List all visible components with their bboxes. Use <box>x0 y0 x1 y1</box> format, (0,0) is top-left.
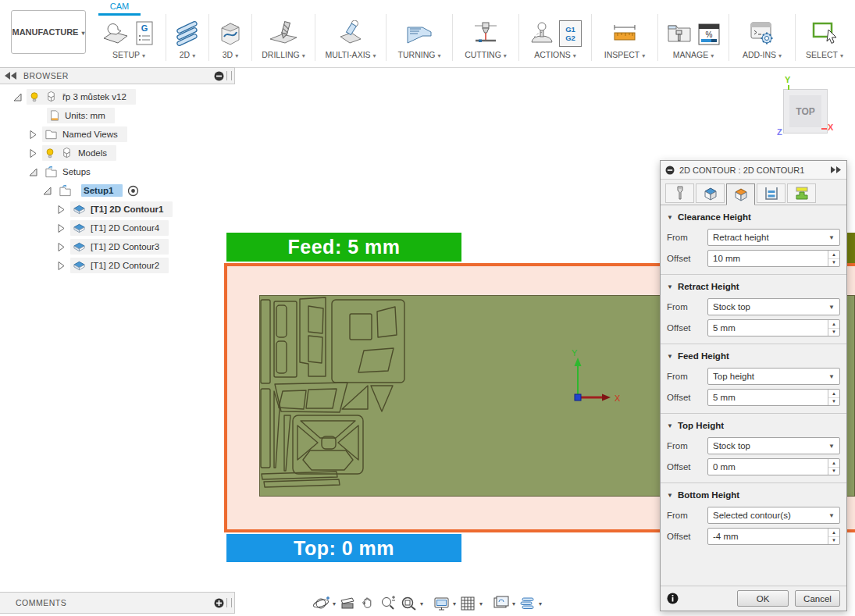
post-process-icon[interactable]: G <box>133 20 156 47</box>
display-settings-button[interactable]: ▾ <box>431 594 458 613</box>
expanded-caret-icon[interactable] <box>42 186 52 196</box>
drilling-icon[interactable] <box>269 20 298 47</box>
tree-item-root[interactable]: řp 3 můstek v12 <box>0 87 234 106</box>
section-header[interactable]: ▼Clearance Height <box>667 209 840 225</box>
spin-down-icon[interactable]: ▼ <box>828 258 839 267</box>
panel-grip[interactable] <box>226 71 232 80</box>
tree-item-contour1[interactable]: [T1] 2D Contour1 <box>0 200 234 219</box>
gcode-badge-icon[interactable]: G1 G2 <box>559 20 582 47</box>
viewcube[interactable]: TOP <box>783 89 828 134</box>
tab-tool[interactable] <box>665 183 694 203</box>
expanded-caret-icon[interactable] <box>28 167 38 177</box>
tab-passes[interactable] <box>757 183 786 203</box>
dialog-titlebar[interactable]: 2D CONTOUR : 2D CONTOUR1 <box>661 161 846 180</box>
multi-axis-icon[interactable] <box>336 20 365 47</box>
visibility-bulb-icon[interactable] <box>29 91 40 103</box>
3d-milling-icon[interactable] <box>217 20 244 47</box>
clearance-offset-input[interactable]: 10 mm▲▼ <box>707 250 840 267</box>
retract-from-dropdown[interactable]: Stock top▼ <box>707 298 840 315</box>
setup-icon[interactable] <box>102 20 129 47</box>
section-header[interactable]: ▼Retract Height <box>667 279 840 294</box>
tree-item-named-views[interactable]: Named Views <box>0 125 234 144</box>
group-actions-label[interactable]: ACTIONS <box>534 50 576 59</box>
group-3d-label[interactable]: 3D <box>223 50 238 59</box>
spinner[interactable]: ▲▼ <box>828 459 839 475</box>
machining-time-icon[interactable]: % <box>696 22 721 47</box>
tab-linking[interactable] <box>787 183 816 203</box>
group-setup-label[interactable]: SETUP <box>112 50 145 59</box>
tab-geometry[interactable] <box>696 183 725 203</box>
info-icon[interactable] <box>667 593 679 604</box>
spin-up-icon[interactable]: ▲ <box>828 320 839 328</box>
spin-up-icon[interactable]: ▲ <box>828 390 839 397</box>
group-turning-label[interactable]: TURNING <box>398 50 441 59</box>
spin-down-icon[interactable]: ▼ <box>828 397 839 406</box>
2d-milling-icon[interactable] <box>174 20 201 47</box>
tree-item-setups[interactable]: Setups <box>0 162 234 181</box>
tree-item-contour4[interactable]: [T1] 2D Contour4 <box>0 219 234 237</box>
collapse-panel-icon[interactable] <box>5 72 17 80</box>
group-manage-label[interactable]: MANAGE <box>673 50 714 59</box>
group-multiaxis-label[interactable]: MULTI-AXIS <box>325 50 376 59</box>
tree-item-contour2[interactable]: [T1] 2D Contour2 <box>0 256 234 275</box>
tree-item-contour3[interactable]: [T1] 2D Contour3 <box>0 237 234 256</box>
orbit-button[interactable]: ▾ <box>311 594 337 613</box>
panel-grip[interactable] <box>226 598 232 607</box>
retract-offset-input[interactable]: 5 mm▲▼ <box>707 319 840 336</box>
ok-button[interactable]: OK <box>737 590 789 607</box>
viewports-button[interactable]: ▾ <box>490 594 517 613</box>
section-header[interactable]: ▼Top Height <box>667 418 840 433</box>
expanded-caret-icon[interactable] <box>12 92 23 102</box>
group-cutting-label[interactable]: CUTTING <box>465 50 507 59</box>
bottom-offset-input[interactable]: -4 mm▲▼ <box>707 528 840 545</box>
group-inspect-label[interactable]: INSPECT <box>604 50 646 59</box>
cutting-icon[interactable] <box>472 20 500 47</box>
spin-up-icon[interactable]: ▲ <box>828 529 839 536</box>
zoom-button[interactable] <box>378 594 398 613</box>
clearance-from-dropdown[interactable]: Retract height▼ <box>707 229 840 246</box>
top-offset-input[interactable]: 0 mm▲▼ <box>707 458 840 475</box>
section-header[interactable]: ▼Feed Height <box>667 348 840 364</box>
dialog-dock-icon[interactable] <box>831 166 842 173</box>
spinner[interactable]: ▲▼ <box>828 390 839 405</box>
dialog-collapse-icon[interactable] <box>665 166 675 175</box>
collapsed-caret-icon[interactable] <box>28 130 38 140</box>
collapsed-caret-icon[interactable] <box>28 148 38 158</box>
look-at-button[interactable] <box>337 594 358 613</box>
add-comment-icon[interactable] <box>214 598 224 608</box>
viewcube-face-label[interactable]: TOP <box>789 95 821 127</box>
collapsed-caret-icon[interactable] <box>56 205 66 215</box>
active-setup-radio-icon[interactable] <box>127 185 139 197</box>
tree-item-models[interactable]: Models <box>0 144 234 162</box>
tab-heights[interactable] <box>726 183 755 205</box>
tree-item-setup1[interactable]: Setup1 <box>0 181 234 200</box>
spin-down-icon[interactable]: ▼ <box>828 467 839 475</box>
simulate-icon[interactable] <box>529 20 555 47</box>
group-drilling-label[interactable]: DRILLING <box>262 50 305 59</box>
group-addins-label[interactable]: ADD-INS <box>743 50 782 59</box>
spinner[interactable]: ▲▼ <box>828 251 839 266</box>
scripts-addins-icon[interactable] <box>748 20 776 47</box>
spinner[interactable]: ▲▼ <box>828 529 839 544</box>
cancel-button[interactable]: Cancel <box>795 590 840 607</box>
workspace-switcher-button[interactable]: MANUFACTURE <box>11 10 86 54</box>
spin-up-icon[interactable]: ▲ <box>828 459 839 467</box>
bottom-from-dropdown[interactable]: Selected contour(s)▼ <box>707 507 840 524</box>
measure-icon[interactable] <box>611 20 639 47</box>
zoom-window-button[interactable]: ▾ <box>398 594 425 613</box>
group-select-label[interactable]: SELECT <box>806 50 843 59</box>
visibility-bulb-icon[interactable] <box>45 147 55 159</box>
feed-from-dropdown[interactable]: Top height▼ <box>707 368 840 385</box>
group-2d-label[interactable]: 2D <box>180 50 195 59</box>
top-from-dropdown[interactable]: Stock top▼ <box>707 437 840 454</box>
spin-up-icon[interactable]: ▲ <box>828 251 839 258</box>
collapsed-caret-icon[interactable] <box>56 242 66 252</box>
remove-panel-icon[interactable] <box>214 71 224 81</box>
turning-icon[interactable] <box>405 20 433 47</box>
section-header[interactable]: ▼Bottom Height <box>667 487 840 503</box>
steps-button[interactable]: ▾ <box>517 594 543 613</box>
spinner[interactable]: ▲▼ <box>828 320 839 336</box>
tool-library-icon[interactable] <box>666 20 693 47</box>
collapsed-caret-icon[interactable] <box>56 223 66 233</box>
tree-item-units[interactable]: Units: mm <box>0 106 234 125</box>
